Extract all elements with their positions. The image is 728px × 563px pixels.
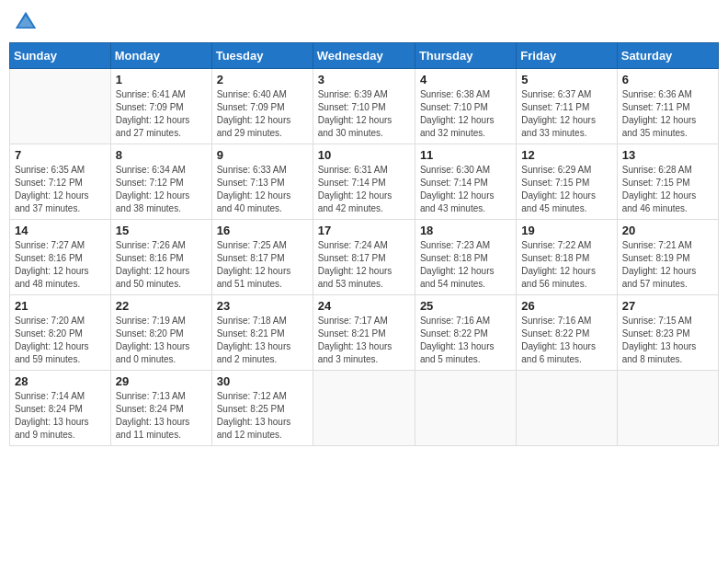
calendar-day-cell: 24Sunrise: 7:17 AMSunset: 8:21 PMDayligh…: [313, 295, 415, 371]
day-number: 13: [622, 148, 713, 162]
day-number: 1: [116, 73, 207, 86]
calendar-week-row: 1Sunrise: 6:41 AMSunset: 7:09 PMDaylight…: [10, 69, 719, 144]
day-number: 8: [116, 148, 207, 162]
calendar-week-row: 7Sunrise: 6:35 AMSunset: 7:12 PMDaylight…: [10, 144, 719, 220]
day-number: 26: [521, 299, 611, 313]
calendar-day-cell: 18Sunrise: 7:23 AMSunset: 8:18 PMDayligh…: [415, 220, 516, 295]
calendar-day-cell: 27Sunrise: 7:15 AMSunset: 8:23 PMDayligh…: [617, 295, 718, 371]
calendar-day-cell: 16Sunrise: 7:25 AMSunset: 8:17 PMDayligh…: [211, 220, 313, 295]
calendar-day-cell: 7Sunrise: 6:35 AMSunset: 7:12 PMDaylight…: [10, 144, 111, 220]
calendar-day-cell: [617, 371, 718, 446]
day-number: 6: [622, 73, 713, 86]
calendar-day-cell: 6Sunrise: 6:36 AMSunset: 7:11 PMDaylight…: [617, 69, 718, 144]
day-info: Sunrise: 7:25 AMSunset: 8:17 PMDaylight:…: [217, 239, 308, 291]
day-number: 3: [318, 73, 410, 86]
day-info: Sunrise: 6:34 AMSunset: 7:12 PMDaylight:…: [116, 164, 207, 215]
weekday-header-friday: Friday: [517, 43, 617, 69]
day-number: 11: [420, 148, 511, 162]
day-number: 30: [217, 374, 308, 388]
day-number: 24: [318, 299, 410, 313]
calendar-day-cell: [313, 371, 415, 446]
day-number: 12: [521, 148, 611, 162]
day-info: Sunrise: 6:28 AMSunset: 7:15 PMDaylight:…: [622, 164, 713, 215]
day-info: Sunrise: 7:20 AMSunset: 8:20 PMDaylight:…: [15, 315, 106, 366]
calendar-day-cell: 26Sunrise: 7:16 AMSunset: 8:22 PMDayligh…: [517, 295, 617, 371]
calendar-day-cell: 10Sunrise: 6:31 AMSunset: 7:14 PMDayligh…: [313, 144, 415, 220]
calendar-week-row: 14Sunrise: 7:27 AMSunset: 8:16 PMDayligh…: [10, 220, 719, 295]
logo-icon: [13, 9, 39, 35]
calendar-day-cell: 30Sunrise: 7:12 AMSunset: 8:25 PMDayligh…: [211, 371, 313, 446]
calendar-day-cell: 19Sunrise: 7:22 AMSunset: 8:18 PMDayligh…: [517, 220, 617, 295]
calendar-day-cell: 22Sunrise: 7:19 AMSunset: 8:20 PMDayligh…: [110, 295, 211, 371]
day-number: 4: [420, 73, 511, 86]
day-info: Sunrise: 7:21 AMSunset: 8:19 PMDaylight:…: [622, 239, 713, 291]
day-info: Sunrise: 7:27 AMSunset: 8:16 PMDaylight:…: [15, 239, 106, 291]
day-info: Sunrise: 7:22 AMSunset: 8:18 PMDaylight:…: [521, 239, 611, 291]
day-info: Sunrise: 6:40 AMSunset: 7:09 PMDaylight:…: [217, 88, 308, 140]
day-info: Sunrise: 6:39 AMSunset: 7:10 PMDaylight:…: [318, 88, 410, 140]
logo: [13, 9, 42, 35]
calendar-day-cell: 9Sunrise: 6:33 AMSunset: 7:13 PMDaylight…: [211, 144, 313, 220]
day-info: Sunrise: 6:30 AMSunset: 7:14 PMDaylight:…: [420, 164, 511, 215]
calendar-day-cell: 23Sunrise: 7:18 AMSunset: 8:21 PMDayligh…: [211, 295, 313, 371]
day-number: 22: [116, 299, 207, 313]
calendar-table: SundayMondayTuesdayWednesdayThursdayFrid…: [9, 42, 719, 446]
day-info: Sunrise: 7:17 AMSunset: 8:21 PMDaylight:…: [318, 315, 410, 366]
weekday-header-wednesday: Wednesday: [313, 43, 415, 69]
day-number: 2: [217, 73, 308, 86]
calendar-day-cell: 2Sunrise: 6:40 AMSunset: 7:09 PMDaylight…: [211, 69, 313, 144]
day-number: 7: [15, 148, 106, 162]
day-number: 21: [15, 299, 106, 313]
day-number: 18: [420, 224, 511, 237]
day-info: Sunrise: 6:38 AMSunset: 7:10 PMDaylight:…: [420, 88, 511, 140]
day-number: 9: [217, 148, 308, 162]
calendar-day-cell: 29Sunrise: 7:13 AMSunset: 8:24 PMDayligh…: [110, 371, 211, 446]
day-info: Sunrise: 6:31 AMSunset: 7:14 PMDaylight:…: [318, 164, 410, 215]
calendar-day-cell: 3Sunrise: 6:39 AMSunset: 7:10 PMDaylight…: [313, 69, 415, 144]
calendar-day-cell: 21Sunrise: 7:20 AMSunset: 8:20 PMDayligh…: [10, 295, 111, 371]
calendar-day-cell: 5Sunrise: 6:37 AMSunset: 7:11 PMDaylight…: [517, 69, 617, 144]
calendar-day-cell: 13Sunrise: 6:28 AMSunset: 7:15 PMDayligh…: [617, 144, 718, 220]
day-number: 25: [420, 299, 511, 313]
day-info: Sunrise: 6:37 AMSunset: 7:11 PMDaylight:…: [521, 88, 611, 140]
calendar-day-cell: [10, 69, 111, 144]
weekday-header-monday: Monday: [110, 43, 211, 69]
calendar-day-cell: 11Sunrise: 6:30 AMSunset: 7:14 PMDayligh…: [415, 144, 516, 220]
day-info: Sunrise: 6:35 AMSunset: 7:12 PMDaylight:…: [15, 164, 106, 215]
day-number: 14: [15, 224, 106, 237]
day-number: 20: [622, 224, 713, 237]
day-info: Sunrise: 6:36 AMSunset: 7:11 PMDaylight:…: [622, 88, 713, 140]
calendar-day-cell: 25Sunrise: 7:16 AMSunset: 8:22 PMDayligh…: [415, 295, 516, 371]
calendar-day-cell: 15Sunrise: 7:26 AMSunset: 8:16 PMDayligh…: [110, 220, 211, 295]
day-info: Sunrise: 7:24 AMSunset: 8:17 PMDaylight:…: [318, 239, 410, 291]
calendar-day-cell: 8Sunrise: 6:34 AMSunset: 7:12 PMDaylight…: [110, 144, 211, 220]
day-info: Sunrise: 7:19 AMSunset: 8:20 PMDaylight:…: [116, 315, 207, 366]
day-number: 10: [318, 148, 410, 162]
calendar-day-cell: 4Sunrise: 6:38 AMSunset: 7:10 PMDaylight…: [415, 69, 516, 144]
day-info: Sunrise: 7:18 AMSunset: 8:21 PMDaylight:…: [217, 315, 308, 366]
day-number: 15: [116, 224, 207, 237]
day-number: 27: [622, 299, 713, 313]
calendar-day-cell: 17Sunrise: 7:24 AMSunset: 8:17 PMDayligh…: [313, 220, 415, 295]
day-number: 19: [521, 224, 611, 237]
calendar-day-cell: 14Sunrise: 7:27 AMSunset: 8:16 PMDayligh…: [10, 220, 111, 295]
day-info: Sunrise: 7:14 AMSunset: 8:24 PMDaylight:…: [15, 390, 106, 442]
day-number: 29: [116, 374, 207, 388]
weekday-header-thursday: Thursday: [415, 43, 516, 69]
calendar-day-cell: [517, 371, 617, 446]
day-info: Sunrise: 7:12 AMSunset: 8:25 PMDaylight:…: [217, 390, 308, 442]
day-info: Sunrise: 6:33 AMSunset: 7:13 PMDaylight:…: [217, 164, 308, 215]
day-info: Sunrise: 6:29 AMSunset: 7:15 PMDaylight:…: [521, 164, 611, 215]
weekday-header-tuesday: Tuesday: [211, 43, 313, 69]
day-info: Sunrise: 7:16 AMSunset: 8:22 PMDaylight:…: [420, 315, 511, 366]
day-info: Sunrise: 7:15 AMSunset: 8:23 PMDaylight:…: [622, 315, 713, 366]
calendar-week-row: 28Sunrise: 7:14 AMSunset: 8:24 PMDayligh…: [10, 371, 719, 446]
day-info: Sunrise: 7:26 AMSunset: 8:16 PMDaylight:…: [116, 239, 207, 291]
calendar-day-cell: 1Sunrise: 6:41 AMSunset: 7:09 PMDaylight…: [110, 69, 211, 144]
calendar-week-row: 21Sunrise: 7:20 AMSunset: 8:20 PMDayligh…: [10, 295, 719, 371]
day-number: 16: [217, 224, 308, 237]
calendar-day-cell: 12Sunrise: 6:29 AMSunset: 7:15 PMDayligh…: [517, 144, 617, 220]
page-header: [9, 9, 719, 35]
day-number: 28: [15, 374, 106, 388]
day-info: Sunrise: 7:13 AMSunset: 8:24 PMDaylight:…: [116, 390, 207, 442]
